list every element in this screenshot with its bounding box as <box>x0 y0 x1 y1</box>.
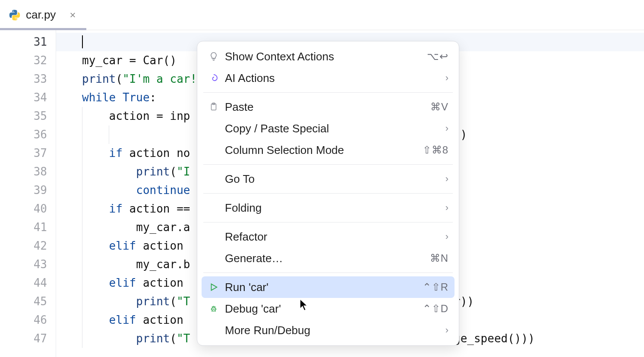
menu-ai-actions[interactable]: AI Actions › <box>202 67 455 89</box>
line-number[interactable]: 31 <box>0 33 47 51</box>
line-number[interactable]: 34 <box>0 88 47 107</box>
line-number[interactable]: 46 <box>0 311 47 329</box>
chevron-right-icon: › <box>445 231 448 242</box>
menu-separator <box>203 222 453 222</box>
chevron-right-icon: › <box>445 173 448 185</box>
menu-refactor[interactable]: Refactor › <box>202 226 455 247</box>
line-number[interactable]: 42 <box>0 237 47 255</box>
menu-separator <box>203 272 453 273</box>
menu-separator <box>203 164 453 165</box>
chevron-right-icon: › <box>445 123 448 134</box>
line-number[interactable]: 39 <box>0 181 47 200</box>
cursor-icon <box>300 299 309 313</box>
context-menu: Show Context Actions ⌥↩ AI Actions › Pas… <box>197 41 459 346</box>
menu-separator <box>203 92 453 93</box>
chevron-right-icon: › <box>445 202 448 213</box>
menu-goto[interactable]: Go To › <box>202 168 455 190</box>
chevron-right-icon: › <box>445 72 448 84</box>
line-number[interactable]: 45 <box>0 292 47 311</box>
chevron-right-icon: › <box>445 325 448 336</box>
line-number[interactable]: 40 <box>0 200 47 218</box>
line-number[interactable]: 38 <box>0 163 47 181</box>
menu-generate[interactable]: Generate… ⌘N <box>202 247 455 269</box>
line-number[interactable]: 47 <box>0 329 47 348</box>
menu-debug[interactable]: Debug 'car' ⌃⇧D <box>202 298 455 319</box>
bug-icon <box>208 303 220 315</box>
menu-folding[interactable]: Folding › <box>202 197 455 219</box>
lightbulb-icon <box>208 50 220 63</box>
menu-separator <box>203 193 453 194</box>
line-number[interactable]: 32 <box>0 51 47 70</box>
tab-bar: car.py × <box>0 0 644 30</box>
menu-paste[interactable]: Paste ⌘V <box>202 96 455 118</box>
line-number[interactable]: 36 <box>0 125 47 144</box>
line-number[interactable]: 33 <box>0 70 47 88</box>
line-number[interactable]: 43 <box>0 255 47 274</box>
line-number[interactable]: 35 <box>0 107 47 125</box>
menu-show-context-actions[interactable]: Show Context Actions ⌥↩ <box>202 46 455 67</box>
line-number[interactable]: 44 <box>0 274 47 292</box>
caret <box>82 35 83 48</box>
tab-filename: car.py <box>26 8 56 22</box>
close-icon[interactable]: × <box>69 9 76 21</box>
editor-tab[interactable]: car.py × <box>0 0 84 30</box>
menu-column-selection[interactable]: Column Selection Mode ⇧⌘8 <box>202 139 455 161</box>
clipboard-icon <box>208 101 220 113</box>
line-number[interactable]: 41 <box>0 218 47 237</box>
gutter: 31 32 33 34 35 36 37 38 39 40 41 42 43 4… <box>0 30 56 357</box>
ai-spiral-icon <box>208 72 220 84</box>
line-number[interactable]: 37 <box>0 144 47 163</box>
menu-more-run-debug[interactable]: More Run/Debug › <box>202 319 455 341</box>
python-icon <box>9 9 21 21</box>
menu-run[interactable]: Run 'car' ⌃⇧R <box>202 276 455 298</box>
play-icon <box>208 281 220 293</box>
menu-copy-paste-special[interactable]: Copy / Paste Special › <box>202 118 455 139</box>
